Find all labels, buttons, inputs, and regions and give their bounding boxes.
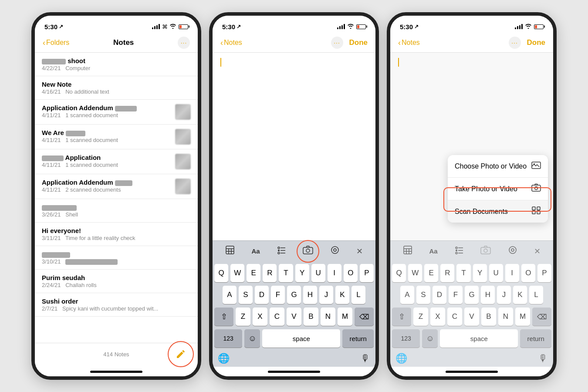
draw-button[interactable] [327,243,343,259]
key-z[interactable]: Z [236,308,250,326]
camera-toolbar-button-3[interactable] [477,243,494,259]
numbers-key-3[interactable]: 123 [392,329,420,348]
key-v-3[interactable]: V [464,308,479,326]
key-c[interactable]: C [270,308,284,326]
scan-documents-menu-item[interactable]: Scan Documents [448,200,548,223]
notes-back-button-2[interactable]: ‹ Notes [220,38,242,47]
notes-back-button-3[interactable]: ‹ Notes [398,38,420,47]
shift-key[interactable]: ⇧ [214,308,233,326]
list-item[interactable]: Application Addendum 4/11/21 2 scanned d… [35,174,198,199]
key-x[interactable]: X [253,308,267,326]
key-i-3[interactable]: I [505,264,519,282]
key-d-3[interactable]: D [433,286,446,304]
close-toolbar-button-3[interactable]: ✕ [531,245,544,258]
list-item[interactable]: Sushi order 2/7/21 Spicy kani with cucum… [35,293,198,317]
globe-icon[interactable]: 🌐 [218,353,230,364]
format-button[interactable]: Aa [248,246,263,257]
key-k[interactable]: K [335,286,349,304]
delete-key[interactable]: ⌫ [355,308,374,326]
list-item[interactable]: Application 4/11/21 1 scanned document [35,149,198,174]
close-toolbar-button[interactable]: ✕ [353,245,366,258]
key-o[interactable]: O [344,264,358,282]
key-u-3[interactable]: U [489,264,503,282]
key-t-3[interactable]: T [456,264,470,282]
key-r-3[interactable]: R [440,264,454,282]
list-item[interactable]: shoot 4/22/21 Computer [35,53,198,76]
key-u[interactable]: U [311,264,325,282]
key-s[interactable]: S [239,286,253,304]
key-n[interactable]: N [321,308,335,326]
options-button-3[interactable]: ··· [509,37,521,49]
key-z-3[interactable]: Z [413,308,428,326]
list-item[interactable]: Hi everyone! 3/11/21 Time for a little r… [35,223,198,246]
mic-icon[interactable]: 🎙 [361,353,370,364]
key-j[interactable]: J [319,286,333,304]
list-item[interactable]: Application Addendum 4/11/21 1 scanned d… [35,100,198,125]
list-item[interactable]: New Note 4/16/21 No additional text [35,76,198,100]
checklist-button-3[interactable] [451,243,467,259]
key-e-3[interactable]: E [424,264,438,282]
done-button-3[interactable]: Done [527,38,546,47]
take-photo-menu-item[interactable]: Take Photo or Video [448,178,548,200]
key-j-3[interactable]: J [497,286,511,304]
key-f-3[interactable]: F [449,286,463,304]
done-button-2[interactable]: Done [349,38,368,47]
delete-key-3[interactable]: ⌫ [532,308,551,326]
return-key[interactable]: return [342,329,374,348]
draw-button-3[interactable] [504,243,521,259]
key-l-3[interactable]: L [529,286,543,304]
key-b-3[interactable]: B [481,308,496,326]
emoji-key-3[interactable]: ☺ [422,329,438,348]
table-button[interactable] [222,243,238,259]
key-g-3[interactable]: G [465,286,479,304]
key-n-3[interactable]: N [498,308,513,326]
note-editor-2[interactable] [213,53,375,240]
mic-icon-3[interactable]: 🎙 [538,353,548,364]
key-h[interactable]: H [303,286,317,304]
options-button-2[interactable]: ··· [331,37,343,49]
key-l[interactable]: L [351,286,365,304]
list-item[interactable]: 3/10/21 [35,246,198,270]
table-button-3[interactable] [399,243,416,259]
globe-icon-3[interactable]: 🌐 [395,353,407,364]
key-s-3[interactable]: S [416,286,430,304]
emoji-key[interactable]: ☺ [244,329,260,348]
key-a[interactable]: A [223,286,237,304]
key-v[interactable]: V [287,308,301,326]
key-h-3[interactable]: H [481,286,495,304]
key-c-3[interactable]: C [447,308,462,326]
key-y[interactable]: Y [295,264,309,282]
key-b[interactable]: B [304,308,318,326]
format-button-3[interactable]: Aa [426,246,441,257]
space-key[interactable]: space [262,329,340,348]
key-m[interactable]: M [338,308,352,326]
key-p-3[interactable]: P [537,264,551,282]
key-q[interactable]: Q [214,264,228,282]
return-key-3[interactable]: return [520,329,551,348]
checklist-button[interactable] [273,243,290,259]
key-m-3[interactable]: M [515,308,530,326]
key-x-3[interactable]: X [430,308,445,326]
choose-photo-menu-item[interactable]: Choose Photo or Video [448,155,548,178]
key-o-3[interactable]: O [521,264,535,282]
space-key-3[interactable]: space [440,329,518,348]
list-item[interactable]: 3/26/21 Shell [35,199,198,223]
camera-toolbar-button[interactable] [299,243,317,259]
key-d[interactable]: D [255,286,269,304]
list-item[interactable]: We Are 4/11/21 1 scanned document [35,125,198,149]
folders-back-button[interactable]: ‹ Folders [43,38,69,47]
key-e[interactable]: E [247,264,260,282]
key-i[interactable]: I [328,264,341,282]
key-q-3[interactable]: Q [392,264,406,282]
shift-key-3[interactable]: ⇧ [392,308,411,326]
numbers-key[interactable]: 123 [214,329,242,348]
key-t[interactable]: T [279,264,293,282]
key-w-3[interactable]: W [408,264,422,282]
options-button-1[interactable]: ··· [178,37,190,49]
key-a-3[interactable]: A [400,286,414,304]
key-p[interactable]: P [360,264,374,282]
key-w[interactable]: W [230,264,244,282]
key-y-3[interactable]: Y [473,264,487,282]
list-item[interactable]: Purim seudah 2/24/21 Challah rolls [35,270,198,293]
key-g[interactable]: G [287,286,301,304]
